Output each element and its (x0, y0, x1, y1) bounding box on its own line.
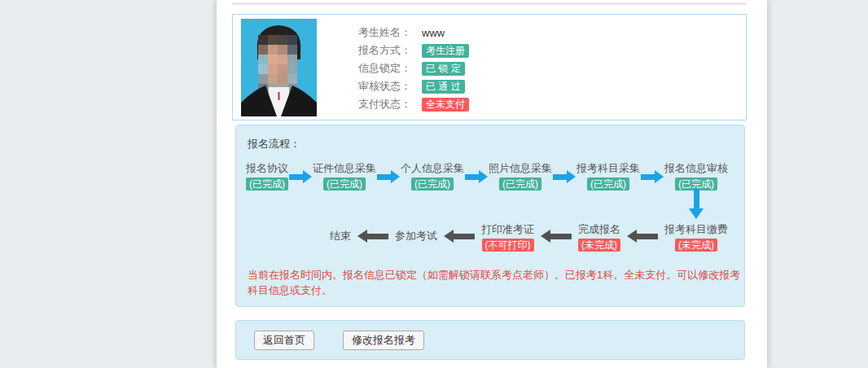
flow-step-personal-info: 个人信息采集 (已完成) (401, 162, 464, 191)
field-label: 信息锁定： (358, 61, 419, 76)
arrow-right-icon (289, 170, 312, 183)
main-content: 考生姓名： www 报名方式： 考生注册 信息锁定： 已 锁 定 审核状态： 已… (217, 0, 767, 368)
arrow-left-icon (627, 230, 658, 243)
candidate-name-value: www (422, 27, 445, 39)
info-row-payment: 支付状态： 全未支付 (358, 95, 469, 113)
top-divider (232, 3, 747, 4)
arrow-down-icon (688, 189, 704, 219)
status-badge: (未完成) (578, 239, 620, 252)
field-label: 审核状态： (358, 79, 419, 94)
modify-registration-button[interactable]: 修改报名报考 (343, 331, 424, 350)
status-badge: 已 通 过 (422, 80, 465, 94)
flow-step-info-audit: 报名信息审核 (已完成) (664, 162, 728, 191)
info-row-lock: 信息锁定： 已 锁 定 (358, 59, 469, 77)
status-badge: (已完成) (323, 177, 366, 191)
registration-flow-panel: 报名流程： 报名协议 (已完成) 证件信息采集 (已完成) 个人信息采集 (已完… (235, 125, 745, 307)
flow-step-take-exam: 参加考试 (395, 230, 437, 242)
field-label: 报名方式： (358, 43, 419, 58)
arrow-left-icon (357, 230, 388, 243)
arrow-right-icon (465, 170, 488, 183)
arrow-right-icon (641, 170, 664, 183)
status-badge: 已 锁 定 (422, 62, 465, 76)
field-label: 支付状态： (358, 97, 419, 112)
arrow-left-icon (444, 230, 475, 243)
flow-step-finish-register: 完成报名 (未完成) (578, 223, 620, 252)
status-badge: (已完成) (246, 177, 288, 191)
status-badge: (已完成) (499, 177, 541, 191)
flow-row-top: 报名协议 (已完成) 证件信息采集 (已完成) 个人信息采集 (已完成) 照片信… (246, 162, 728, 191)
flow-row-bottom: 结束 参加考试 打印准考证 (不可打印) 完成报名 (未完成) 报考科目缴费 (… (330, 223, 728, 252)
flow-step-id-info: 证件信息采集 (已完成) (313, 162, 376, 191)
flow-step-print-ticket: 打印准考证 (不可打印) (481, 223, 534, 252)
actions-group: 返回首页 修改报名报考 (254, 331, 424, 350)
status-badge: (已完成) (411, 177, 454, 191)
arrow-left-icon (541, 230, 572, 243)
status-badge: 全未支付 (422, 98, 469, 112)
flow-step-end: 结束 (330, 230, 351, 242)
flow-status-note: 当前在报名时间内。报名信息已锁定（如需解锁请联系考点老师）。已报考1科。全未支付… (248, 267, 741, 298)
status-badge: (不可打印) (482, 239, 534, 252)
back-home-button[interactable]: 返回首页 (254, 331, 314, 350)
flow-step-agreement: 报名协议 (已完成) (246, 162, 288, 191)
field-label: 考生姓名： (358, 25, 419, 40)
candidate-photo (241, 19, 317, 116)
arrow-right-icon (377, 170, 400, 183)
flow-step-subject-payment: 报考科目缴费 (未完成) (664, 223, 728, 252)
info-row-audit: 审核状态： 已 通 过 (358, 77, 469, 95)
arrow-right-icon (553, 170, 576, 183)
flow-step-photo-info: 照片信息采集 (已完成) (489, 162, 552, 191)
status-badge: 考生注册 (422, 44, 469, 58)
candidate-fields: 考生姓名： www 报名方式： 考生注册 信息锁定： 已 锁 定 审核状态： 已… (358, 24, 469, 113)
status-badge: (已完成) (587, 177, 629, 191)
flow-step-subject-collect: 报考科目采集 (已完成) (576, 162, 640, 191)
flow-title: 报名流程： (248, 137, 300, 151)
actions-panel: 返回首页 修改报名报考 (235, 320, 745, 360)
status-badge: (未完成) (675, 239, 717, 252)
info-row-name: 考生姓名： www (358, 24, 469, 42)
candidate-info-panel: 考生姓名： www 报名方式： 考生注册 信息锁定： 已 锁 定 审核状态： 已… (232, 14, 747, 120)
info-row-method: 报名方式： 考生注册 (358, 42, 469, 59)
